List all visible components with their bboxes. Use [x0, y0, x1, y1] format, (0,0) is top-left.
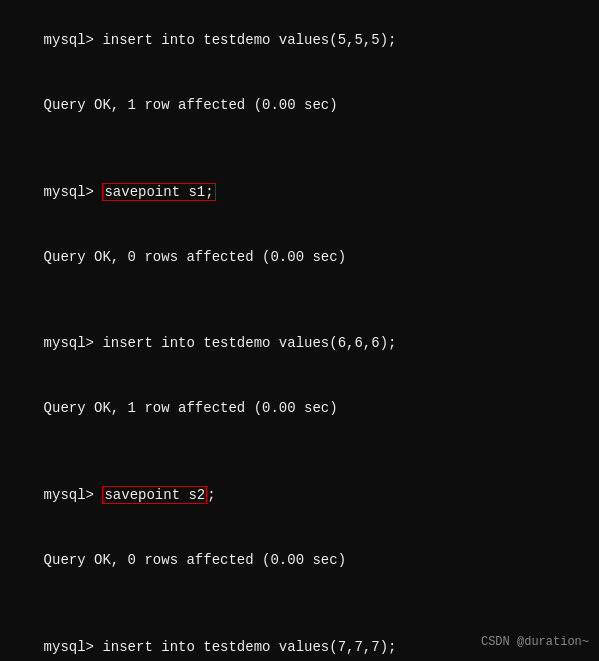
line-7-prefix: mysql> — [44, 487, 103, 503]
blank-1 — [10, 138, 589, 160]
line-5-text: mysql> insert into testdemo values(6,6,6… — [44, 335, 397, 351]
line-4: Query OK, 0 rows affected (0.00 sec) — [10, 225, 589, 290]
line-1-text: mysql> insert into testdemo values(5,5,5… — [44, 32, 397, 48]
line-4-text: Query OK, 0 rows affected (0.00 sec) — [44, 249, 346, 265]
watermark: CSDN @duration~ — [481, 635, 589, 649]
terminal: mysql> insert into testdemo values(5,5,5… — [0, 0, 599, 661]
line-8-text: Query OK, 0 rows affected (0.00 sec) — [44, 552, 346, 568]
line-2-text: Query OK, 1 row affected (0.00 sec) — [44, 97, 338, 113]
line-7-suffix: ; — [207, 487, 215, 503]
line-1: mysql> insert into testdemo values(5,5,5… — [10, 8, 589, 73]
line-3-prefix: mysql> — [44, 184, 103, 200]
line-2: Query OK, 1 row affected (0.00 sec) — [10, 73, 589, 138]
line-6-text: Query OK, 1 row affected (0.00 sec) — [44, 400, 338, 416]
savepoint-s1-highlight: savepoint s1; — [102, 183, 215, 201]
line-8: Query OK, 0 rows affected (0.00 sec) — [10, 529, 589, 594]
blank-2 — [10, 290, 589, 312]
blank-4 — [10, 594, 589, 616]
line-3: mysql> savepoint s1; — [10, 160, 589, 225]
line-6: Query OK, 1 row affected (0.00 sec) — [10, 377, 589, 442]
line-7: mysql> savepoint s2; — [10, 463, 589, 528]
line-9-text: mysql> insert into testdemo values(7,7,7… — [44, 639, 397, 655]
blank-3 — [10, 442, 589, 464]
savepoint-s2-highlight: savepoint s2 — [102, 486, 207, 504]
line-5: mysql> insert into testdemo values(6,6,6… — [10, 312, 589, 377]
